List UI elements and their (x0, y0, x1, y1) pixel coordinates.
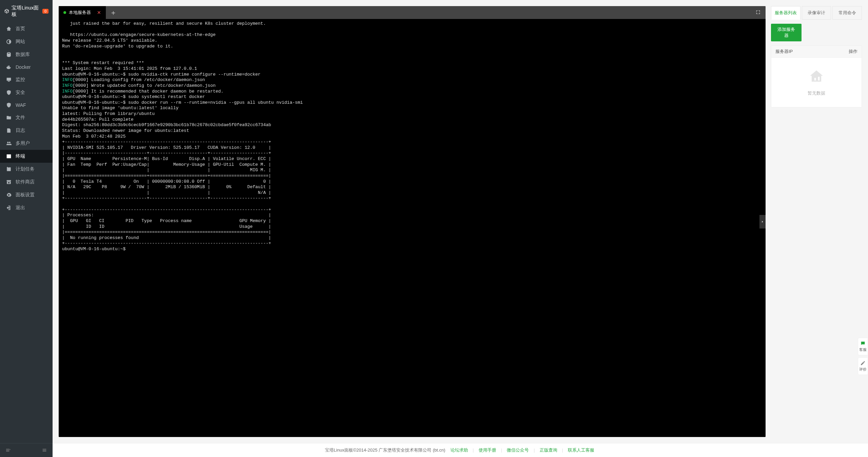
server-table: 服务器IP 操作 暂无数据 (771, 45, 862, 107)
footer-link-4[interactable]: 联系人工客服 (568, 448, 594, 453)
right-tab-2[interactable]: 常用命令 (832, 6, 862, 20)
cron-icon (6, 166, 12, 172)
sidebar-footer (0, 443, 53, 457)
sidebar-item-cron[interactable]: 计划任务 (0, 163, 53, 176)
sidebar-item-terminal[interactable]: 终端 (0, 150, 53, 163)
store-icon (6, 179, 12, 185)
sidebar: 宝塔Linux面板 0 首页网站数据库Docker监控安全WAF文件日志多用户终… (0, 0, 53, 457)
nav-label: 安全 (16, 90, 25, 96)
collapse-icon[interactable] (5, 448, 11, 453)
docker-icon (6, 64, 12, 70)
bt-logo-icon (4, 8, 9, 14)
footer-link-2[interactable]: 微信公众号 (507, 448, 529, 453)
add-tab-button[interactable]: ＋ (106, 8, 121, 17)
terminal-icon (6, 154, 12, 159)
copyright: 宝塔Linux面板©2014-2025 广东堡塔安全技术有限公司 (bt.cn) (325, 448, 445, 453)
right-tab-0[interactable]: 服务器列表 (771, 6, 801, 20)
main: 本地服务器 ✕ ＋ just raised the bar for easy, … (53, 0, 868, 457)
app-title: 宝塔Linux面板 (12, 5, 40, 18)
nav-label: 多用户 (16, 140, 30, 146)
log-icon (6, 128, 12, 133)
side-help: 客服 评价 (858, 338, 868, 375)
sidebar-item-db[interactable]: 数据库 (0, 48, 53, 61)
empty-house-icon (808, 67, 825, 85)
footer-link-0[interactable]: 论坛求助 (450, 448, 468, 453)
sidebar-item-shield[interactable]: 安全 (0, 86, 53, 99)
footer: 宝塔Linux面板©2014-2025 广东堡塔安全技术有限公司 (bt.cn)… (53, 443, 868, 457)
nav-label: 首页 (16, 26, 25, 32)
home-icon (6, 26, 12, 32)
nav-label: 软件商店 (16, 179, 35, 185)
edit-icon (860, 360, 866, 366)
nav-label: 文件 (16, 115, 25, 121)
terminal-output[interactable]: just raised the bar for easy, resilient … (59, 19, 766, 437)
nav-label: WAF (16, 102, 26, 108)
notification-badge[interactable]: 0 (42, 9, 49, 14)
monitor-icon (6, 77, 12, 82)
chevron-right-icon (761, 219, 764, 224)
terminal-tabs: 本地服务器 ✕ ＋ (59, 6, 766, 19)
server-table-header: 服务器IP 操作 (771, 46, 862, 58)
right-tab-1[interactable]: 录像审计 (802, 6, 831, 20)
gear-icon (6, 192, 12, 198)
nav-label: 网站 (16, 39, 25, 45)
nav-label: 面板设置 (16, 192, 35, 198)
th-operation: 操作 (843, 46, 862, 57)
server-table-empty: 暂无数据 (771, 58, 862, 107)
folder-icon (6, 115, 12, 120)
db-icon (6, 52, 12, 57)
sidebar-item-store[interactable]: 软件商店 (0, 176, 53, 188)
pj-button[interactable]: 评价 (858, 357, 868, 375)
sidebar-item-log[interactable]: 日志 (0, 124, 53, 137)
terminal-panel: 本地服务器 ✕ ＋ just raised the bar for easy, … (59, 6, 766, 437)
add-server-button[interactable]: 添加服务器 (771, 24, 802, 41)
sidebar-item-users[interactable]: 多用户 (0, 137, 53, 150)
footer-link-1[interactable]: 使用手册 (479, 448, 496, 453)
sidebar-item-folder[interactable]: 文件 (0, 111, 53, 124)
empty-text: 暂无数据 (771, 90, 862, 96)
nav-label: 退出 (16, 205, 25, 211)
nav-label: 监控 (16, 77, 25, 83)
nav-label: 计划任务 (16, 166, 35, 172)
sidebar-item-gear[interactable]: 面板设置 (0, 188, 53, 201)
close-tab-icon[interactable]: ✕ (97, 10, 101, 15)
sidebar-item-home[interactable]: 首页 (0, 22, 53, 35)
sidebar-item-waf[interactable]: WAF (0, 99, 53, 111)
sidebar-item-exit[interactable]: 退出 (0, 201, 53, 214)
nav-label: 终端 (16, 153, 25, 159)
sidebar-item-docker[interactable]: Docker (0, 61, 53, 73)
sidebar-item-monitor[interactable]: 监控 (0, 73, 53, 86)
sidebar-item-globe[interactable]: 网站 (0, 35, 53, 48)
terminal-tab-local[interactable]: 本地服务器 ✕ (59, 6, 106, 19)
exit-icon (6, 205, 12, 211)
footer-link-3[interactable]: 正版查询 (540, 448, 557, 453)
right-panel: 服务器列表录像审计常用命令 添加服务器 服务器IP 操作 暂无数据 (771, 6, 862, 437)
menu-icon[interactable] (42, 448, 47, 453)
users-icon (6, 141, 12, 146)
fullscreen-button[interactable] (751, 9, 766, 16)
shield-icon (6, 90, 12, 95)
right-tabs: 服务器列表录像审计常用命令 (771, 6, 862, 20)
nav-label: 数据库 (16, 52, 30, 58)
expand-right-handle[interactable] (759, 215, 766, 228)
nav-label: Docker (16, 64, 31, 70)
kf-button[interactable]: 客服 (858, 338, 868, 355)
sidebar-nav: 首页网站数据库Docker监控安全WAF文件日志多用户终端计划任务软件商店面板设… (0, 22, 53, 443)
chat-icon (860, 341, 866, 346)
sidebar-header: 宝塔Linux面板 0 (0, 0, 53, 22)
nav-label: 日志 (16, 127, 25, 134)
terminal-tab-label: 本地服务器 (69, 9, 91, 16)
fullscreen-icon (755, 9, 761, 15)
waf-icon (6, 102, 12, 108)
globe-icon (6, 39, 12, 44)
th-server-ip: 服务器IP (771, 46, 843, 57)
connection-dot-icon (63, 11, 66, 14)
